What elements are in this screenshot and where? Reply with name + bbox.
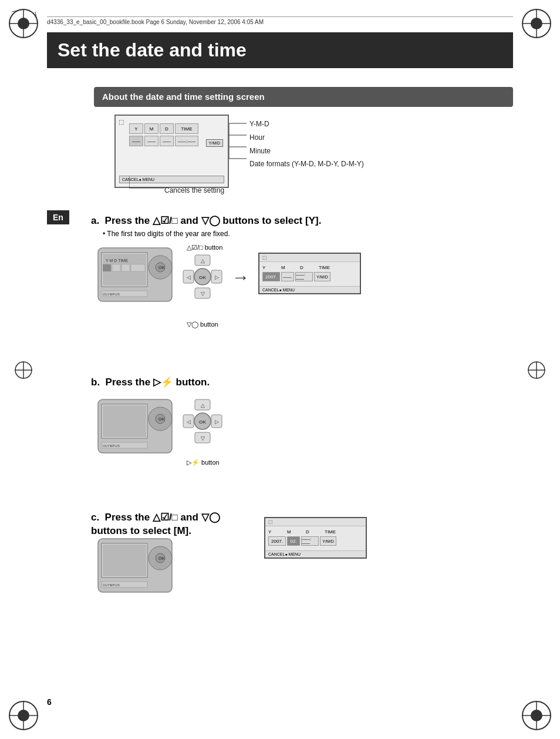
step-c-footer: CANCEL● MENU [265, 550, 366, 557]
step-a-container: a. Press the △☑/□ and ▽◯ buttons to sele… [91, 214, 501, 243]
svg-rect-38 [131, 264, 145, 271]
step-b-container: b. Press the ▷⚡ button. [91, 376, 210, 395]
cancels-label: Cancels the setting [164, 186, 224, 194]
step-c-title: c. Press the △☑/□ and ▽◯buttons to selec… [91, 511, 273, 538]
result-year: 2007. [262, 272, 280, 281]
step-c-header: ⬚ [265, 518, 366, 526]
svg-text:◁: ◁ [187, 274, 191, 280]
step-a-subtitle: • The first two digits of the year are f… [103, 230, 501, 238]
svg-text:OLYMPUS: OLYMPUS [103, 293, 120, 296]
crosshair-mid-left [12, 358, 35, 382]
corner-tl [6, 6, 41, 41]
step-c-year: 2007. [268, 536, 286, 546]
top-bar: d4336_33_e_basic_00_bookfile.book Page 6… [47, 16, 513, 25]
step-b-button-svg: △ ◁ OK ▷ ▽ [182, 398, 223, 454]
step-a-title: a. Press the △☑/□ and ▽◯ buttons to sele… [91, 214, 501, 227]
svg-text:△: △ [201, 258, 205, 264]
step-a-camera: Y M D TIME OK OLYMPUS [97, 247, 173, 305]
svg-line-5 [35, 12, 38, 23]
button-diagram-svg: △ ◁ OK ▷ ▽ [182, 254, 223, 318]
val-y: —— [129, 136, 143, 146]
step-c-time: ——:—— [301, 536, 319, 546]
label-minute: Minute [249, 145, 364, 158]
section-heading-text: About the date and time setting screen [102, 92, 265, 102]
cell-d: D [160, 123, 174, 134]
crosshair-mid-right [525, 358, 548, 382]
step-c-format: Y/M/D [320, 536, 336, 546]
cell-y: Y [129, 123, 143, 134]
val-d: —— [160, 136, 174, 146]
step-c-camera: OK OLYMPUS [97, 538, 173, 596]
result-month: ——. [281, 272, 294, 281]
svg-text:OLYMPUS: OLYMPUS [103, 583, 120, 587]
svg-text:▷: ▷ [215, 419, 219, 425]
svg-text:OK: OK [199, 275, 206, 280]
down-button-label: ▽◯ button [187, 321, 223, 328]
label-hour: Hour [249, 131, 364, 145]
val-m: —— [144, 136, 158, 146]
svg-line-4 [12, 9, 23, 12]
result-format: Y/M/D [314, 272, 330, 281]
svg-rect-35 [103, 264, 111, 271]
step-a-result-screen: ⬚ Y M D TIME 2007. ——. ——:—— Y/M/D CANCE… [258, 253, 364, 294]
step-c-body: Y M D TIME 2007. 02. ——:—— Y/M/D [265, 526, 366, 550]
label-date-formats: Date formats (Y-M-D, M-D-Y, D-M-Y) [249, 157, 364, 171]
page-number: 6 [47, 697, 52, 707]
svg-text:OLYMPUS: OLYMPUS [103, 444, 120, 448]
result-time: ——:—— [295, 272, 313, 281]
result-footer: CANCEL● MENU [259, 286, 360, 293]
label-ymd: Y-M-D [249, 117, 364, 131]
annotation-labels: Y-M-D Hour Minute Date formats (Y-M-D, M… [249, 117, 364, 171]
step-a-arrow: → [232, 267, 249, 287]
svg-rect-37 [122, 264, 130, 271]
cell-time: TIME [175, 123, 198, 134]
top-bar-text: d4336_33_e_basic_00_bookfile.book Page 6… [47, 19, 264, 25]
section-heading: About the date and time setting screen [94, 87, 513, 107]
ymd-button: Y/M/D [206, 139, 223, 147]
result-screen-header: ⬚ [259, 254, 360, 262]
title-box: Set the date and time [47, 32, 513, 68]
svg-text:OK: OK [158, 556, 165, 560]
corner-br [519, 698, 554, 733]
step-a-buttons: △☑/□ button △ ◁ OK ▷ ▽ ▽◯ button [182, 244, 223, 328]
svg-text:▷: ▷ [215, 274, 219, 280]
svg-text:Y  M  D  TIME: Y M D TIME [106, 258, 128, 263]
corner-tr [519, 6, 554, 41]
corner-bl [6, 698, 41, 733]
screen-header-row: Y M D TIME [129, 123, 223, 134]
result-values: 2007. ——. ——:—— Y/M/D [262, 272, 357, 281]
step-c-col-headers: Y M D TIME [268, 529, 363, 535]
camera-back-svg: Y M D TIME OK OLYMPUS [97, 247, 173, 303]
svg-text:◁: ◁ [187, 419, 191, 425]
result-col-headers: Y M D TIME [262, 265, 357, 270]
step-b-camera-svg: OK OLYMPUS [97, 398, 173, 454]
page-title: Set the date and time [58, 39, 502, 61]
svg-text:▽: ▽ [201, 291, 205, 297]
val-time: ——:—— [175, 136, 198, 146]
step-b-button-label: ▷⚡ button [187, 459, 223, 466]
screen-icon: ⬚ [119, 119, 124, 125]
en-badge: En [47, 210, 69, 224]
svg-rect-74 [103, 545, 146, 576]
step-c-month: 02. [287, 536, 300, 546]
up-button-label: △☑/□ button [187, 244, 223, 251]
svg-rect-36 [112, 264, 120, 271]
step-b-camera: OK OLYMPUS [97, 398, 173, 456]
svg-text:OK: OK [158, 417, 165, 421]
step-c-values: 2007. 02. ——:—— Y/M/D [268, 536, 363, 546]
result-screen-body: Y M D TIME 2007. ——. ——:—— Y/M/D [259, 262, 360, 286]
step-c-result-screen: ⬚ Y M D TIME 2007. 02. ——:—— Y/M/D CANCE… [264, 517, 370, 559]
svg-text:OK: OK [199, 419, 206, 425]
step-c-camera-svg: OK OLYMPUS [97, 538, 173, 593]
svg-rect-56 [103, 405, 146, 437]
svg-text:OK: OK [158, 266, 165, 270]
cell-m: M [144, 123, 158, 134]
step-b-buttons: △ ◁ OK ▷ ▽ ▷⚡ button [182, 398, 223, 466]
svg-text:▽: ▽ [201, 435, 205, 441]
svg-text:△: △ [201, 402, 205, 408]
step-b-title: b. Press the ▷⚡ button. [91, 376, 210, 388]
